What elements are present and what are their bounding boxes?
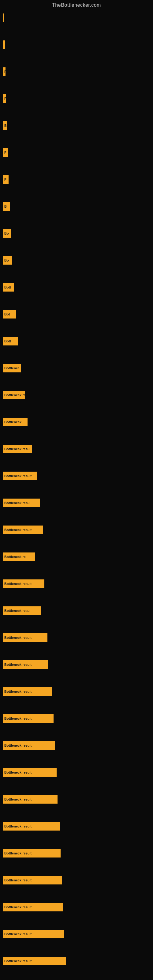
bar-19: Bottleneck resu (3, 499, 40, 507)
bar-label-29: Bottleneck result (4, 770, 32, 774)
bar-25: Bottleneck result (3, 660, 48, 669)
bar-row: F (3, 67, 153, 76)
bar-32: Bottleneck result (3, 849, 61, 858)
bar-2 (3, 40, 5, 49)
bar-27: Bottleneck result (3, 714, 54, 723)
bar-28: Bottleneck result (3, 741, 55, 750)
bar-row (3, 40, 153, 49)
bar-10: Bo (3, 256, 12, 265)
bar-17: Bottleneck resu (3, 445, 32, 453)
bar-row: Bottleneck result (3, 660, 153, 669)
bar-23: Bottleneck resu (3, 606, 41, 615)
bar-5: B (3, 121, 7, 130)
bar-8: B (3, 202, 10, 211)
bar-row: Bottleneck resu (3, 606, 153, 615)
bar-3: F (3, 67, 5, 76)
bar-row: Bottleneck result (3, 849, 153, 858)
bar-label-35: Bottleneck result (4, 932, 32, 936)
bar-label-23: Bottleneck resu (4, 609, 30, 612)
bar-row: Bottleneck (3, 418, 153, 426)
bar-row: B (3, 121, 153, 130)
bar-33: Bottleneck result (3, 876, 62, 885)
bar-16: Bottleneck (3, 418, 27, 426)
bar-row: Bottleneck result (3, 579, 153, 588)
bar-label-10: Bo (4, 258, 9, 262)
bar-29: Bottleneck result (3, 768, 57, 776)
bar-row: Bottleneck result (3, 930, 153, 939)
bar-label-7: F (4, 178, 6, 181)
bar-7: F (3, 175, 9, 184)
bar-21: Bottleneck re (3, 552, 35, 561)
bar-label-31: Bottleneck result (4, 824, 32, 828)
bar-1 (3, 13, 4, 22)
bar-24: Bottleneck result (3, 633, 48, 642)
bar-label-17: Bottleneck resu (4, 447, 30, 451)
bar-9: Bo (3, 229, 11, 238)
bar-row: Bo (3, 256, 153, 265)
bar-label-4: F (4, 97, 6, 100)
bar-row: F (3, 148, 153, 157)
bar-row: Bott (3, 283, 153, 291)
bar-label-14: Bottlenec (4, 366, 19, 370)
bar-20: Bottleneck result (3, 525, 43, 534)
bar-row: Bottleneck resu (3, 499, 153, 507)
bar-13: Bott (3, 337, 18, 345)
bar-label-33: Bottleneck result (4, 878, 32, 882)
bar-label-5: B (4, 124, 7, 127)
bar-row: Bottleneck result (3, 957, 153, 965)
bar-label-19: Bottleneck resu (4, 501, 30, 505)
bar-label-11: Bott (4, 285, 11, 289)
bar-label-15: Bottleneck re (4, 393, 25, 397)
bar-label-8: B (4, 205, 7, 208)
bar-row: Bottleneck result (3, 525, 153, 534)
bar-row: F (3, 94, 153, 103)
bar-label-24: Bottleneck result (4, 636, 32, 640)
bar-row: Bottleneck re (3, 552, 153, 561)
bar-label-28: Bottleneck result (4, 744, 32, 747)
bar-36: Bottleneck result (3, 957, 66, 965)
bar-label-30: Bottleneck result (4, 797, 32, 801)
bar-row: Bot (3, 310, 153, 318)
bar-15: Bottleneck re (3, 391, 25, 399)
bar-row: Bottleneck result (3, 714, 153, 723)
bar-label-34: Bottleneck result (4, 905, 32, 909)
bar-row (3, 13, 153, 22)
bar-row: Bottleneck re (3, 391, 153, 399)
bar-label-9: Bo (4, 232, 9, 235)
bar-label-32: Bottleneck result (4, 851, 32, 855)
bar-label-16: Bottleneck (4, 420, 21, 424)
bar-label-20: Bottleneck result (4, 528, 32, 531)
bar-31: Bottleneck result (3, 822, 60, 830)
bar-label-6: F (4, 151, 6, 154)
bar-row: Bottleneck result (3, 876, 153, 885)
bar-26: Bottleneck result (3, 687, 52, 696)
bar-30: Bottleneck result (3, 795, 57, 803)
bar-label-21: Bottleneck re (4, 555, 26, 558)
bar-label-12: Bot (4, 312, 10, 316)
bar-row: Bott (3, 337, 153, 345)
bar-11: Bott (3, 283, 14, 291)
bar-label-3: F (4, 70, 5, 73)
bar-4: F (3, 94, 6, 103)
bar-row: Bottleneck result (3, 741, 153, 750)
bar-row: Bottleneck result (3, 687, 153, 696)
bar-row: Bo (3, 229, 153, 238)
bar-row: Bottleneck result (3, 822, 153, 830)
bar-label-13: Bott (4, 339, 11, 343)
bar-34: Bottleneck result (3, 903, 63, 912)
bar-label-26: Bottleneck result (4, 690, 32, 694)
bar-label-18: Bottleneck result (4, 474, 32, 478)
bar-row: Bottleneck result (3, 795, 153, 803)
bar-label-36: Bottleneck result (4, 959, 32, 963)
bar-row: Bottlenec (3, 364, 153, 372)
bar-18: Bottleneck result (3, 472, 37, 480)
bar-row: B (3, 202, 153, 211)
bars-container: FFBFFBBoBoBottBotBottBottlenecBottleneck… (0, 10, 153, 980)
bar-22: Bottleneck result (3, 579, 45, 588)
site-title: TheBottlenecker.com (0, 0, 153, 10)
bar-6: F (3, 148, 8, 157)
bar-label-27: Bottleneck result (4, 717, 32, 720)
bar-14: Bottlenec (3, 364, 21, 372)
bar-row: Bottleneck result (3, 903, 153, 912)
bar-row: Bottleneck resu (3, 445, 153, 453)
